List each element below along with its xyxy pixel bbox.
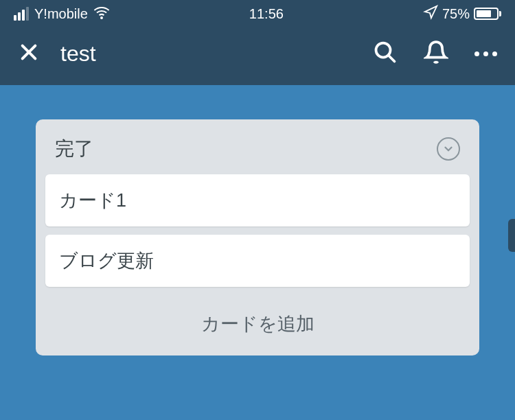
more-icon[interactable] bbox=[474, 51, 497, 56]
status-left: Y!mobile bbox=[14, 4, 110, 24]
battery-percent: 75% bbox=[442, 6, 470, 22]
board-area: 完了 カード1 ブログ更新 カードを追加 bbox=[0, 85, 515, 390]
signal-bars-icon bbox=[14, 7, 29, 21]
search-icon[interactable] bbox=[373, 40, 398, 67]
location-icon bbox=[423, 5, 438, 23]
svg-line-4 bbox=[389, 56, 395, 62]
board-title[interactable]: test bbox=[60, 41, 96, 67]
status-right: 75% bbox=[423, 5, 501, 23]
card[interactable]: ブログ更新 bbox=[45, 235, 470, 287]
status-time: 11:56 bbox=[249, 6, 284, 22]
chevron-down-icon[interactable] bbox=[437, 137, 460, 161]
list-header: 完了 bbox=[45, 129, 470, 174]
wifi-icon bbox=[93, 4, 110, 24]
bell-icon[interactable] bbox=[424, 40, 448, 67]
list-container: 完了 カード1 ブログ更新 カードを追加 bbox=[36, 119, 479, 355]
close-icon[interactable] bbox=[18, 41, 40, 66]
add-card-button[interactable]: カードを追加 bbox=[45, 295, 470, 346]
svg-point-0 bbox=[101, 17, 102, 19]
app-header: test bbox=[0, 27, 515, 85]
status-bar: Y!mobile 11:56 75% bbox=[0, 0, 515, 27]
list-title[interactable]: 完了 bbox=[55, 136, 93, 162]
card-title: カード1 bbox=[59, 188, 456, 213]
carrier-label: Y!mobile bbox=[34, 6, 88, 22]
card-title: ブログ更新 bbox=[59, 248, 456, 273]
card[interactable]: カード1 bbox=[45, 174, 470, 226]
battery-icon bbox=[474, 8, 501, 20]
next-list-peek[interactable] bbox=[508, 219, 515, 252]
